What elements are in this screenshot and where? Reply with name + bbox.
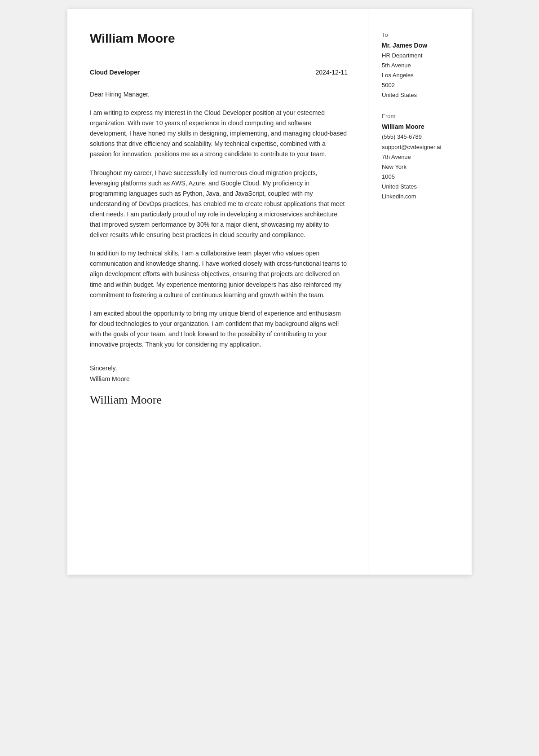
sender-linkedin: Linkedin.com — [382, 192, 458, 202]
paragraph-1: I am writing to express my interest in t… — [90, 108, 348, 159]
recipient-dept: HR Department — [382, 51, 458, 61]
sender-name-sidebar: William Moore — [382, 123, 458, 130]
closing-name: William Moore — [90, 374, 348, 385]
recipient-name: Mr. James Dow — [382, 42, 458, 49]
main-column: William Moore Cloud Developer 2024-12-11… — [67, 9, 368, 575]
paragraph-2: Throughout my career, I have successfull… — [90, 168, 348, 241]
closing-line1: Sincerely, — [90, 363, 348, 374]
divider — [90, 55, 348, 55]
sender-street: 7th Avenue — [382, 152, 458, 162]
recipient-city: Los Angeles — [382, 70, 458, 80]
to-label: To — [382, 31, 458, 38]
signature: William Moore — [90, 390, 348, 410]
paragraph-4: I am excited about the opportunity to br… — [90, 308, 348, 350]
paragraph-3: In addition to my technical skills, I am… — [90, 248, 348, 300]
from-section: From William Moore (555) 345-6789 suppor… — [382, 113, 458, 202]
salutation: Dear Hiring Manager, — [90, 89, 348, 100]
sender-country: United States — [382, 182, 458, 192]
recipient-zip: 5002 — [382, 80, 458, 90]
letter-date: 2024-12-11 — [315, 69, 348, 76]
recipient-country: United States — [382, 90, 458, 100]
sender-phone: (555) 345-6789 — [382, 132, 458, 142]
meta-row: Cloud Developer 2024-12-11 — [90, 69, 348, 76]
closing: Sincerely, William Moore William Moore — [90, 363, 348, 410]
sender-name: William Moore — [90, 31, 348, 46]
letter-body: Dear Hiring Manager, I am writing to exp… — [90, 89, 348, 350]
to-section: To Mr. James Dow HR Department 5th Avenu… — [382, 31, 458, 100]
sender-zip: 1005 — [382, 172, 458, 182]
sender-city: New York — [382, 162, 458, 172]
from-label: From — [382, 113, 458, 119]
job-title: Cloud Developer — [90, 69, 140, 76]
sender-email: support@cvdesigner.ai — [382, 142, 458, 152]
cover-letter-page: William Moore Cloud Developer 2024-12-11… — [67, 9, 472, 575]
recipient-street: 5th Avenue — [382, 61, 458, 70]
sidebar-column: To Mr. James Dow HR Department 5th Avenu… — [368, 9, 472, 575]
